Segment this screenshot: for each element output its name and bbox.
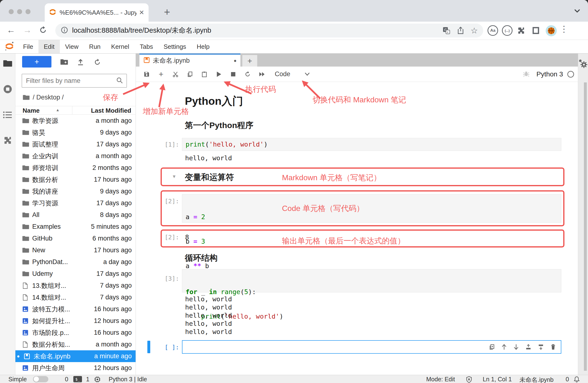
- file-row[interactable]: 数据分析知...a month ago: [15, 339, 136, 350]
- tab-close-icon[interactable]: ✕: [139, 9, 144, 16]
- forward-icon[interactable]: →: [23, 25, 32, 35]
- close-window-button[interactable]: [9, 9, 14, 14]
- duplicate-cell-icon[interactable]: [489, 344, 495, 350]
- cell2-input[interactable]: a = 2 b = 3 a ** b: [182, 194, 561, 223]
- profile-avatar[interactable]: [546, 25, 557, 36]
- paste-cells-icon[interactable]: [201, 71, 208, 77]
- file-row[interactable]: PythonDat...a day ago: [15, 256, 136, 268]
- insert-cell-above-icon[interactable]: [525, 344, 531, 350]
- trust-shield-icon[interactable]: [466, 376, 472, 383]
- restart-kernel-icon[interactable]: [245, 71, 251, 78]
- terminal-icon[interactable]: $_: [73, 376, 82, 382]
- side-panel-icon[interactable]: [532, 26, 540, 35]
- new-tab-button[interactable]: +: [164, 7, 170, 17]
- kernel-name[interactable]: Python 3: [536, 70, 563, 78]
- file-row[interactable]: 教学资源a month ago: [15, 115, 136, 127]
- reload-icon[interactable]: [39, 26, 47, 36]
- file-row[interactable]: 骆昊9 days ago: [15, 127, 136, 138]
- breadcrumb[interactable]: / Desktop /: [22, 93, 64, 102]
- extension-braces-icon[interactable]: {...}: [502, 25, 512, 36]
- breadcrumb-path[interactable]: / Desktop /: [33, 94, 64, 101]
- file-row[interactable]: Examples5 minutes ago: [15, 221, 136, 233]
- cut-cells-icon[interactable]: [172, 71, 179, 77]
- file-row[interactable]: 13.数组对...7 days ago: [15, 280, 136, 291]
- zoom-window-button[interactable]: [25, 9, 31, 14]
- move-cell-down-icon[interactable]: [513, 344, 519, 350]
- new-notebook-tab-button[interactable]: +: [242, 55, 257, 67]
- collapse-triangle-icon[interactable]: ▼: [172, 174, 176, 179]
- kernel-chip-icon[interactable]: [94, 376, 101, 383]
- mode-indicator[interactable]: Mode: Edit: [426, 376, 455, 383]
- running-kernels-icon[interactable]: [3, 84, 13, 95]
- file-row[interactable]: 我的讲座9 days ago: [15, 185, 136, 197]
- menu-edit[interactable]: Edit: [39, 40, 60, 53]
- site-info-icon[interactable]: [61, 26, 68, 35]
- bookmark-star-icon[interactable]: ☆: [471, 26, 478, 35]
- menu-settings[interactable]: Settings: [158, 40, 191, 53]
- translate-icon[interactable]: Gx: [442, 26, 450, 35]
- file-row[interactable]: All8 days ago: [15, 209, 136, 221]
- back-icon[interactable]: ←: [7, 25, 15, 35]
- filter-files-box[interactable]: [22, 74, 127, 88]
- kernel-status-icon[interactable]: [567, 71, 574, 78]
- move-cell-up-icon[interactable]: [501, 344, 507, 350]
- file-row[interactable]: 波特五力模...16 hours ago: [15, 303, 136, 315]
- kernel-status-text[interactable]: Python 3 | Idle: [109, 376, 147, 383]
- sort-ascending-icon[interactable]: ▲: [56, 108, 60, 112]
- file-row[interactable]: 用户生命周12 hours ago: [15, 362, 136, 374]
- cell-type-dropdown[interactable]: Code: [275, 70, 310, 78]
- interrupt-kernel-icon[interactable]: [230, 72, 236, 77]
- reader-mode-icon[interactable]: Aa: [487, 25, 498, 36]
- file-row[interactable]: GitHub6 months ago: [15, 233, 136, 244]
- unsaved-changes-dot[interactable]: ●: [234, 58, 236, 63]
- share-icon[interactable]: [457, 26, 464, 35]
- tab-search-chevron-icon[interactable]: [574, 9, 581, 14]
- file-row[interactable]: 如何提升社...12 hours ago: [15, 315, 136, 327]
- file-row[interactable]: ●未命名.ipynba minute ago: [15, 350, 136, 362]
- file-browser-icon[interactable]: [3, 59, 13, 68]
- browser-menu-icon[interactable]: ⋮: [560, 24, 568, 34]
- bell-icon[interactable]: [574, 376, 580, 383]
- file-row[interactable]: Udemy17 days ago: [15, 268, 136, 280]
- url-text[interactable]: localhost:8888/lab/tree/Desktop/未命名.ipyn…: [72, 26, 436, 35]
- gear-icon[interactable]: [579, 59, 588, 70]
- add-cell-icon[interactable]: +: [158, 69, 164, 79]
- file-row[interactable]: 14.数组对...7 days ago: [15, 291, 136, 303]
- scrollbar[interactable]: [584, 82, 587, 371]
- file-row[interactable]: 面试整理17 days ago: [15, 138, 136, 150]
- refresh-file-list-icon[interactable]: [94, 59, 101, 67]
- new-launcher-button[interactable]: +: [22, 56, 51, 67]
- new-folder-icon[interactable]: [60, 59, 68, 66]
- upload-icon[interactable]: [77, 59, 84, 67]
- browser-tab[interactable]: %E6%9C%AA%E5... - JupyterL ✕: [45, 3, 148, 22]
- menu-help[interactable]: Help: [191, 40, 215, 53]
- delete-cell-icon[interactable]: [550, 344, 556, 350]
- menu-file[interactable]: File: [18, 40, 39, 53]
- filter-files-input[interactable]: [25, 77, 116, 85]
- file-row[interactable]: 学习资源17 days ago: [15, 197, 136, 209]
- cell1-input[interactable]: print('hello, world'): [182, 138, 561, 151]
- file-row[interactable]: 企业内训a month ago: [15, 150, 136, 162]
- minimize-window-button[interactable]: [17, 9, 22, 14]
- file-row[interactable]: 市场阶段.p...16 hours ago: [15, 327, 136, 339]
- copy-cells-icon[interactable]: [187, 71, 193, 77]
- run-cell-icon[interactable]: [216, 71, 222, 77]
- debugger-bug-icon[interactable]: [523, 70, 530, 78]
- menu-kernel[interactable]: Kernel: [106, 40, 134, 53]
- extension-manager-icon[interactable]: [3, 136, 13, 146]
- simple-mode-toggle[interactable]: [33, 376, 48, 382]
- file-row[interactable]: New17 hours ago: [15, 244, 136, 256]
- menu-run[interactable]: Run: [84, 40, 106, 53]
- address-bar[interactable]: localhost:8888/lab/tree/Desktop/未命名.ipyn…: [55, 23, 483, 38]
- insert-cell-below-icon[interactable]: [538, 344, 544, 350]
- table-of-contents-icon[interactable]: [3, 111, 13, 120]
- menu-tabs[interactable]: Tabs: [134, 40, 158, 53]
- save-icon[interactable]: [144, 71, 150, 77]
- cell-type-value[interactable]: Code: [275, 70, 290, 78]
- menu-view[interactable]: View: [60, 40, 84, 53]
- cell3-input[interactable]: for _ in range(5): print('hello, world'): [182, 269, 561, 292]
- extensions-puzzle-icon[interactable]: [517, 26, 525, 35]
- empty-cell-input[interactable]: [182, 340, 561, 354]
- file-row[interactable]: 数据分析17 hours ago: [15, 174, 136, 185]
- notebook-tab[interactable]: 未命名.ipynb ●: [139, 54, 240, 67]
